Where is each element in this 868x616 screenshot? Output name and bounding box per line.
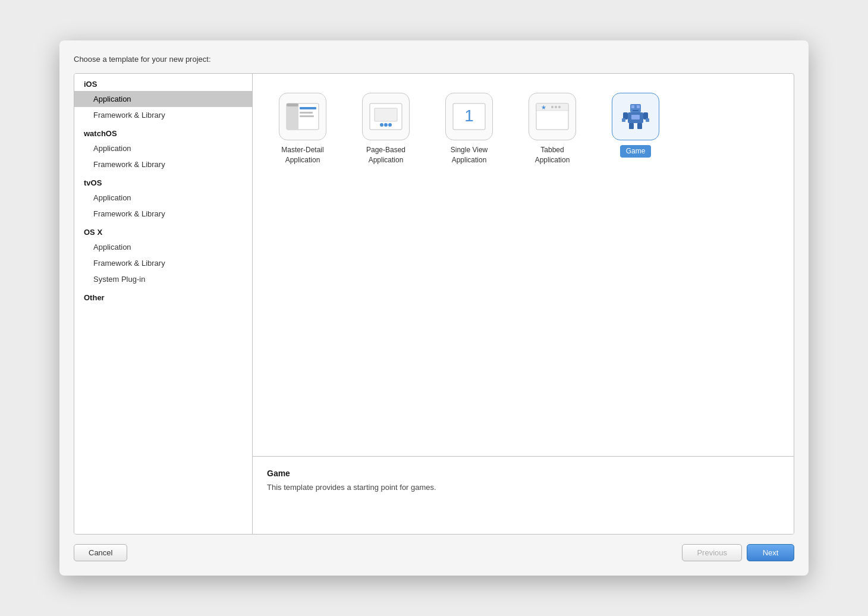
svg-rect-1 xyxy=(287,103,298,130)
template-label-game: Game xyxy=(620,145,652,158)
description-panel: Game This template provides a starting p… xyxy=(253,457,794,534)
template-label-single-view: Single ViewApplication xyxy=(451,145,488,165)
template-icon-single-view: 1 xyxy=(445,93,493,140)
svg-point-9 xyxy=(388,123,392,127)
svg-rect-25 xyxy=(637,123,642,129)
template-game[interactable]: Game xyxy=(600,88,671,170)
svg-point-16 xyxy=(551,106,553,108)
template-label-master-detail: Master-DetailApplication xyxy=(281,145,323,165)
sidebar-category-other: Other xyxy=(74,287,252,304)
svg-point-8 xyxy=(384,123,388,127)
template-single-view[interactable]: 1 Single ViewApplication xyxy=(433,88,505,170)
svg-rect-3 xyxy=(300,112,313,114)
templates-grid: Master-DetailApplication Page-BasedAppl xyxy=(253,74,794,457)
sidebar-item-osx-application[interactable]: Application xyxy=(74,239,252,255)
sidebar: iOS Application Framework & Library watc… xyxy=(74,74,253,534)
svg-rect-30 xyxy=(631,115,640,120)
svg-point-18 xyxy=(558,106,561,108)
dialog-footer: Cancel Previous Next xyxy=(74,535,794,561)
svg-text:★: ★ xyxy=(541,104,546,111)
sidebar-item-watchos-framework[interactable]: Framework & Library xyxy=(74,156,252,172)
template-icon-tabbed: ★ xyxy=(529,93,576,140)
svg-rect-10 xyxy=(375,108,397,121)
main-content: Master-DetailApplication Page-BasedAppl xyxy=(253,74,794,534)
template-tabbed[interactable]: ★ TabbedApplication xyxy=(517,88,588,170)
sidebar-item-osx-plugin[interactable]: System Plug-in xyxy=(74,271,252,287)
cancel-button[interactable]: Cancel xyxy=(74,544,127,561)
description-text: This template provides a starting point … xyxy=(267,482,779,494)
footer-buttons: Previous Next xyxy=(682,544,794,561)
svg-rect-20 xyxy=(631,105,634,108)
sidebar-category-ios: iOS xyxy=(74,74,252,91)
dialog-body: iOS Application Framework & Library watc… xyxy=(74,73,794,535)
svg-rect-24 xyxy=(629,123,634,129)
template-icon-master-detail xyxy=(279,93,326,140)
next-button[interactable]: Next xyxy=(747,544,794,561)
svg-rect-28 xyxy=(622,118,625,122)
sidebar-category-watchos: watchOS xyxy=(74,123,252,140)
svg-rect-4 xyxy=(300,115,314,117)
svg-rect-29 xyxy=(646,118,649,122)
template-label-page-based: Page-BasedApplication xyxy=(366,145,405,165)
dialog: Choose a template for your new project: … xyxy=(59,40,809,576)
sidebar-item-tvos-application[interactable]: Application xyxy=(74,190,252,206)
description-title: Game xyxy=(267,469,779,478)
svg-point-7 xyxy=(380,123,383,127)
svg-rect-22 xyxy=(633,110,639,111)
sidebar-item-tvos-framework[interactable]: Framework & Library xyxy=(74,206,252,222)
sidebar-category-osx: OS X xyxy=(74,222,252,239)
svg-rect-5 xyxy=(287,103,298,106)
svg-rect-2 xyxy=(300,107,316,109)
template-label-tabbed: TabbedApplication xyxy=(535,145,570,165)
sidebar-item-ios-framework[interactable]: Framework & Library xyxy=(74,107,252,123)
sidebar-category-tvos: tvOS xyxy=(74,172,252,190)
template-master-detail[interactable]: Master-DetailApplication xyxy=(267,88,338,170)
svg-point-17 xyxy=(555,106,557,108)
svg-rect-21 xyxy=(637,105,640,108)
svg-text:1: 1 xyxy=(464,106,474,125)
template-icon-game xyxy=(612,93,659,140)
sidebar-item-ios-application[interactable]: Application xyxy=(74,91,252,107)
sidebar-item-osx-framework[interactable]: Framework & Library xyxy=(74,255,252,271)
sidebar-item-watchos-application[interactable]: Application xyxy=(74,140,252,156)
template-page-based[interactable]: Page-BasedApplication xyxy=(350,88,422,170)
template-icon-page-based xyxy=(362,93,410,140)
dialog-title: Choose a template for your new project: xyxy=(74,55,794,64)
previous-button[interactable]: Previous xyxy=(682,544,742,561)
